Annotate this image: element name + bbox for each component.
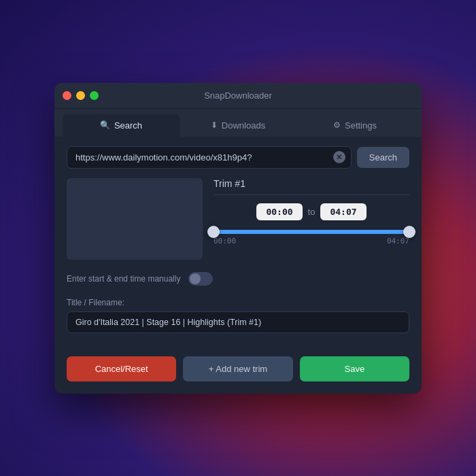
app-window: SnapDownloader 🔍 Search ⬇ Downloads ⚙ Se…: [54, 83, 422, 394]
slider-fill: [214, 230, 409, 234]
trim-header: Trim #1: [214, 178, 409, 195]
slider-label-start: 00:00: [214, 237, 236, 245]
toggle-thumb: [190, 273, 201, 284]
tab-search[interactable]: 🔍 Search: [63, 114, 180, 137]
search-tab-icon: 🔍: [100, 120, 110, 130]
video-trim-area: Trim #1 00:00 to 04:07 00:00 04:07: [67, 178, 409, 260]
footer-buttons: Cancel/Reset + Add new trim Save: [54, 347, 422, 394]
traffic-lights: [63, 91, 99, 100]
filename-input[interactable]: [67, 311, 409, 333]
tab-settings-label: Settings: [345, 120, 377, 131]
tab-settings[interactable]: ⚙ Settings: [296, 114, 413, 137]
url-input-wrapper: ✕: [67, 146, 352, 169]
downloads-tab-icon: ⬇: [211, 120, 218, 130]
save-button[interactable]: Save: [300, 356, 409, 381]
manual-time-toggle[interactable]: [188, 272, 213, 286]
slider-track: [214, 230, 409, 234]
url-input[interactable]: [67, 146, 352, 169]
trim-slider[interactable]: 00:00 04:07: [214, 230, 409, 245]
time-display: 00:00 to 04:07: [214, 203, 409, 220]
trim-title: Trim #1: [214, 178, 245, 189]
cancel-reset-button[interactable]: Cancel/Reset: [67, 356, 176, 381]
trim-panel: Trim #1 00:00 to 04:07 00:00 04:07: [214, 178, 409, 260]
titlebar: SnapDownloader: [54, 83, 422, 109]
time-to-label: to: [308, 207, 316, 217]
tab-search-label: Search: [114, 120, 142, 131]
tab-bar: 🔍 Search ⬇ Downloads ⚙ Settings: [54, 109, 422, 137]
video-thumbnail: [67, 178, 203, 260]
settings-tab-icon: ⚙: [333, 120, 341, 130]
slider-labels: 00:00 04:07: [214, 237, 409, 245]
url-clear-button[interactable]: ✕: [333, 151, 345, 163]
tab-downloads-label: Downloads: [222, 120, 265, 131]
filename-section: Title / Filename:: [67, 298, 409, 333]
manual-time-label: Enter start & end time manually: [67, 274, 180, 284]
slider-label-end: 04:07: [387, 237, 409, 245]
time-start-badge: 00:00: [256, 203, 302, 220]
manual-time-row: Enter start & end time manually: [67, 272, 409, 286]
tab-downloads[interactable]: ⬇ Downloads: [180, 114, 296, 137]
search-button[interactable]: Search: [357, 147, 409, 168]
close-button[interactable]: [63, 91, 71, 100]
time-end-badge: 04:07: [320, 203, 366, 220]
main-content: ✕ Search Trim #1 00:00 to 04:07: [54, 137, 422, 347]
window-title: SnapDownloader: [204, 90, 272, 101]
filename-label: Title / Filename:: [67, 298, 409, 307]
slider-thumb-right[interactable]: [403, 226, 415, 238]
maximize-button[interactable]: [90, 91, 99, 100]
minimize-button[interactable]: [76, 91, 85, 100]
add-trim-button[interactable]: + Add new trim: [183, 356, 292, 381]
url-bar: ✕ Search: [67, 146, 409, 169]
slider-thumb-left[interactable]: [207, 226, 220, 238]
